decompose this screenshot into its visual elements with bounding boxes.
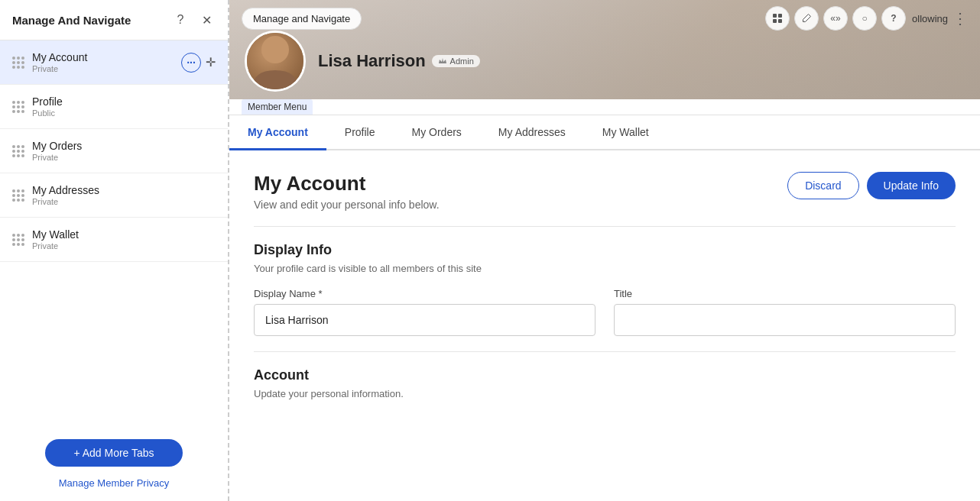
nav-item-my-wallet[interactable]: My Wallet Private (0, 218, 228, 262)
nav-item-my-orders[interactable]: My Orders Private (0, 129, 228, 173)
page-title: My Account (254, 172, 440, 196)
nav-item-sublabel: Private (32, 64, 181, 73)
panel-footer: + Add More Tabs Manage Member Privacy (0, 424, 228, 501)
panel-title: Manage And Navigate (12, 14, 131, 27)
title-input[interactable] (614, 304, 956, 336)
right-panel: Manage and Navigate «» (229, 0, 980, 501)
move-icon: ✛ (206, 55, 216, 69)
display-info-section: Display Info Your profile card is visibl… (254, 242, 956, 336)
close-icon-btn[interactable]: ✕ (197, 11, 216, 29)
admin-label: Admin (450, 57, 474, 66)
back-icon-btn[interactable]: «» (823, 6, 848, 31)
svg-point-4 (261, 36, 289, 63)
drag-handle-icon (12, 57, 24, 69)
nav-item-label: My Account (32, 51, 181, 63)
layout-icon (772, 13, 783, 24)
layout-icon-btn[interactable] (765, 6, 790, 31)
content-subtitle: View and edit your personal info below. (254, 199, 440, 211)
drag-handle-icon (12, 189, 24, 202)
display-name-label: Display Name * (254, 288, 595, 299)
add-more-tabs-button[interactable]: + Add More Tabs (45, 439, 183, 467)
drag-handle-icon (12, 234, 24, 246)
left-panel: Manage And Navigate ? ✕ My Account Priva… (0, 0, 229, 501)
svg-rect-1 (778, 14, 782, 18)
svg-rect-0 (773, 14, 777, 18)
member-menu-strip: Member Menu (229, 99, 980, 115)
action-buttons: Discard Update Info (787, 172, 956, 199)
member-menu-label: Member Menu (242, 99, 313, 115)
nav-item-my-addresses[interactable]: My Addresses Private (0, 173, 228, 218)
nav-item-sublabel: Private (32, 197, 216, 206)
svg-rect-2 (773, 19, 777, 23)
panel-header-icons: ? ✕ (171, 11, 216, 29)
circle-icon: ○ (862, 13, 867, 24)
tab-my-account[interactable]: My Account (229, 115, 326, 149)
account-section: Account Update your personal information… (254, 367, 956, 399)
toolbar-right: «» ○ ? ollowing ⋮ (765, 6, 968, 31)
nav-item-label: My Wallet (32, 228, 216, 241)
nav-item-more-btn[interactable]: ··· (181, 53, 201, 73)
edit-icon-btn[interactable] (794, 6, 819, 31)
tab-profile[interactable]: Profile (326, 115, 394, 149)
nav-item-text: My Wallet Private (32, 228, 216, 250)
toolbar-row: Manage and Navigate «» (229, 6, 980, 31)
nav-item-text: My Account Private (32, 51, 181, 73)
profile-name-area: Lisa Harrison Admin (318, 51, 480, 71)
avatar-silhouette (248, 33, 302, 89)
back-icon: «» (830, 13, 840, 24)
divider-2 (254, 351, 956, 352)
display-info-subtitle: Your profile card is visible to all memb… (254, 263, 956, 274)
nav-item-label: Profile (32, 95, 216, 108)
crown-icon (438, 57, 447, 66)
update-info-button[interactable]: Update Info (867, 172, 956, 199)
help-toolbar-icon-btn[interactable]: ? (881, 6, 906, 31)
tab-my-wallet[interactable]: My Wallet (584, 115, 667, 149)
nav-item-text: My Addresses Private (32, 184, 216, 206)
tab-my-orders[interactable]: My Orders (394, 115, 480, 149)
nav-item-label: My Orders (32, 140, 216, 152)
nav-item-label: My Addresses (32, 184, 216, 196)
content-area: My Account View and edit your personal i… (229, 150, 980, 501)
tab-bar: My Account Profile My Orders My Addresse… (229, 115, 980, 150)
tab-my-addresses[interactable]: My Addresses (480, 115, 584, 149)
account-section-subtitle: Update your personal information. (254, 388, 956, 399)
circle-icon-btn[interactable]: ○ (852, 6, 877, 31)
nav-item-sublabel: Private (32, 241, 216, 250)
nav-item-profile[interactable]: Profile Public (0, 85, 228, 129)
nav-item-sublabel: Private (32, 153, 216, 162)
nav-items: My Account Private ··· ✛ Profile Public (0, 40, 228, 424)
help-icon-btn[interactable]: ? (171, 11, 190, 29)
svg-rect-3 (778, 19, 782, 23)
display-name-field: Display Name * (254, 288, 595, 336)
divider-1 (254, 226, 956, 227)
title-field: Title (614, 288, 956, 336)
profile-info-row: Lisa Harrison Admin (245, 31, 480, 92)
admin-badge: Admin (432, 55, 480, 67)
edit-icon (801, 13, 812, 24)
display-name-input[interactable] (254, 304, 595, 336)
nav-item-text: Profile Public (32, 95, 216, 118)
nav-item-sublabel: Public (32, 108, 216, 118)
account-section-title: Account (254, 367, 956, 383)
help-icon: ? (177, 13, 184, 27)
content-header: My Account View and edit your personal i… (254, 172, 956, 211)
title-label: Title (614, 288, 956, 299)
panel-header: Manage And Navigate ? ✕ (0, 0, 228, 40)
manage-privacy-link[interactable]: Manage Member Privacy (59, 477, 170, 489)
following-label: ollowing (912, 13, 948, 24)
drag-handle-icon (12, 101, 24, 113)
content-title-section: My Account View and edit your personal i… (254, 172, 440, 211)
profile-banner: Manage and Navigate «» (229, 0, 980, 99)
three-dots-btn[interactable]: ⋮ (952, 9, 968, 27)
nav-item-my-account[interactable]: My Account Private ··· ✛ (0, 40, 228, 85)
manage-navigate-btn[interactable]: Manage and Navigate (242, 8, 362, 30)
avatar (245, 31, 306, 92)
drag-handle-icon (12, 145, 24, 157)
display-info-title: Display Info (254, 242, 956, 258)
help-toolbar-icon: ? (891, 13, 896, 24)
profile-name-section: Lisa Harrison Admin (318, 51, 480, 71)
nav-item-text: My Orders Private (32, 140, 216, 162)
discard-button[interactable]: Discard (787, 172, 858, 199)
profile-name: Lisa Harrison (318, 51, 426, 71)
form-row-display: Display Name * Title (254, 288, 956, 336)
